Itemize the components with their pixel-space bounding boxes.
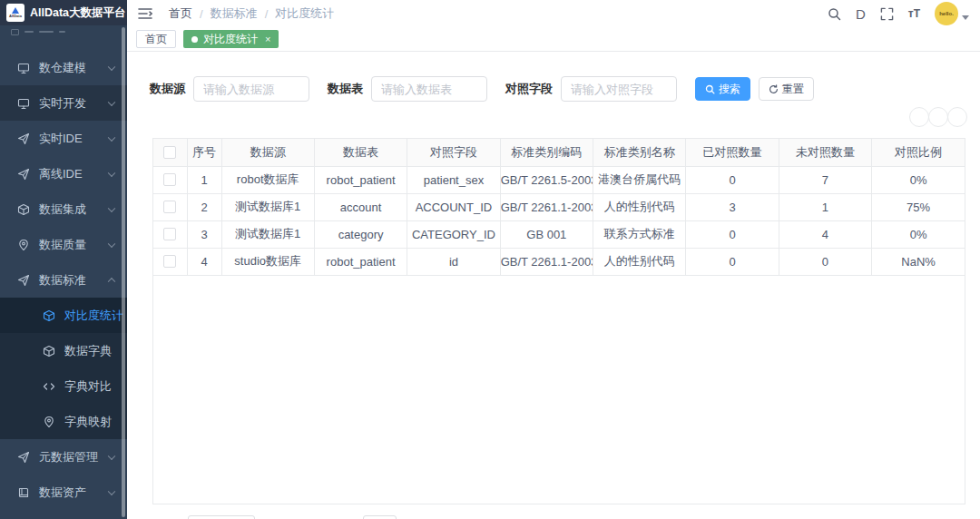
select-all-checkbox[interactable] — [163, 146, 176, 159]
app-logo: AllData — [6, 4, 24, 22]
table-row: 2测试数据库1accountACCOUNT_IDGB/T 2261.1-2003… — [153, 193, 965, 220]
column-header: 未对照数量 — [779, 139, 871, 166]
cube-icon — [42, 344, 55, 357]
row-checkbox[interactable] — [163, 255, 176, 268]
cell: 1 — [187, 166, 221, 193]
sidebar-item-label: 对比度统计 — [64, 308, 123, 324]
row-checkbox[interactable] — [163, 173, 176, 186]
search-icon[interactable] — [828, 7, 841, 21]
breadcrumb-data-standard[interactable]: 数据标准 — [211, 5, 258, 22]
cell: 人的性别代码 — [593, 248, 686, 275]
sidebar-item-data-assets[interactable]: 数据资产 — [0, 475, 127, 510]
breadcrumb-separator: / — [265, 7, 269, 21]
sidebar-item-realtime-dev[interactable]: 实时开发 — [0, 85, 127, 121]
sidebar-item-label: 数据集成 — [39, 201, 86, 218]
sidebar-item-data-quality[interactable]: 数据质量 — [0, 227, 127, 262]
main-area: 首页 / 数据标准 / 对比度统计 D тT hello. — [127, 0, 980, 519]
cell: GB/T 2261.5-2003 — [500, 166, 593, 193]
column-header: 对照比例 — [872, 139, 965, 166]
cell: 4 — [187, 248, 221, 275]
cell: GB/T 2261.1-2003 — [500, 193, 593, 220]
tab-active-label: 对比度统计 — [203, 32, 258, 47]
breadcrumb-separator: / — [200, 7, 203, 21]
table-action-circle[interactable] — [928, 107, 948, 127]
docs-icon[interactable]: D — [856, 6, 866, 22]
pin-icon — [16, 238, 30, 251]
sidebar-item-label: 字典映射 — [64, 414, 112, 430]
cell: 人的性别代码 — [593, 193, 686, 220]
avatar[interactable]: hello. — [935, 2, 958, 25]
chevron-down-icon — [108, 204, 115, 211]
cell: robot_patient — [314, 248, 407, 275]
sidebar-item-label: 实时开发 — [39, 95, 86, 112]
checkbox-cell — [153, 220, 187, 248]
cell: 3 — [686, 193, 779, 220]
cell: 0 — [686, 166, 779, 193]
user-menu[interactable]: hello. — [935, 2, 969, 25]
chevron-down-icon — [108, 240, 115, 247]
collapse-sidebar-icon[interactable] — [138, 7, 152, 20]
breadcrumb: 首页 / 数据标准 / 对比度统计 — [169, 5, 334, 22]
sidebar-item-contrast-stats[interactable]: 对比度统计 — [0, 298, 127, 333]
datatable-input[interactable] — [371, 76, 487, 102]
cell: studio数据库 — [221, 248, 314, 275]
breadcrumb-current: 对比度统计 — [275, 5, 334, 22]
reset-button[interactable]: 重置 — [759, 77, 814, 101]
sidebar-item-partial[interactable] — [0, 25, 127, 42]
row-checkbox[interactable] — [163, 201, 176, 213]
tab-home-label: 首页 — [145, 32, 167, 47]
cell: 港澳台侨属代码 — [593, 166, 686, 193]
sidebar-item-warehouse-modeling[interactable]: 数仓建模 — [0, 50, 127, 85]
pagination-page-button-partial[interactable] — [363, 515, 397, 519]
datasource-input[interactable] — [193, 76, 309, 102]
breadcrumb-home[interactable]: 首页 — [169, 5, 192, 22]
logo-triangle-icon — [12, 7, 19, 14]
cube-icon — [42, 308, 55, 322]
fullscreen-icon[interactable] — [880, 7, 894, 21]
cell: 75% — [872, 193, 965, 220]
search-button[interactable]: 搜索 — [695, 77, 750, 101]
sidebar-item-dict-compare[interactable]: 字典对比 — [0, 368, 127, 404]
contrast-field-input[interactable] — [561, 76, 677, 102]
sidebar-item-dict-mapping[interactable]: 字典映射 — [0, 404, 127, 439]
sidebar-item-realtime-ide[interactable]: 实时IDE — [0, 121, 127, 156]
cell: 0 — [686, 220, 779, 248]
datasource-label: 数据源 — [150, 81, 185, 97]
topbar-actions: D тT hello. — [828, 2, 969, 25]
active-dot-icon — [191, 36, 198, 43]
cube-icon — [16, 202, 30, 216]
sidebar-item-data-dictionary[interactable]: 数据字典 — [0, 333, 127, 368]
search-button-label: 搜索 — [719, 82, 740, 97]
table-action-circle[interactable] — [947, 107, 967, 127]
tab-contrast-stats[interactable]: 对比度统计 × — [183, 30, 279, 48]
table-action-circle[interactable] — [909, 107, 929, 127]
table-row: 3测试数据库1categoryCATEGORY_IDGB 001联系方式标准04… — [153, 220, 965, 248]
cell: 0 — [686, 248, 779, 275]
cell: 2 — [187, 193, 221, 220]
row-checkbox[interactable] — [163, 228, 176, 240]
chevron-down-icon — [108, 63, 115, 70]
logo-bar: AllData AllData大数据平台 — [0, 0, 127, 25]
paper-plane-icon — [16, 132, 30, 145]
reset-button-label: 重置 — [782, 82, 804, 97]
cell: 测试数据库1 — [221, 220, 314, 248]
sidebar-item-data-integration[interactable]: 数据集成 — [0, 191, 127, 227]
cell: 测试数据库1 — [221, 193, 314, 220]
cell: account — [314, 193, 407, 220]
sidebar-item-offline-ide[interactable]: 离线IDE — [0, 156, 127, 191]
font-size-icon[interactable]: тT — [908, 7, 920, 20]
sidebar-item-label: 数据质量 — [39, 237, 86, 253]
chevron-up-icon — [108, 277, 115, 284]
sidebar-scrollbar[interactable] — [122, 27, 125, 517]
chevron-down-icon — [108, 452, 115, 459]
close-icon[interactable]: × — [265, 34, 270, 44]
sidebar-item-label: 数据资产 — [39, 485, 86, 501]
table-toolbar — [910, 107, 967, 127]
sidebar-item-metadata-mgmt[interactable]: 元数据管理 — [0, 439, 127, 475]
tab-home[interactable]: 首页 — [136, 30, 176, 48]
top-navbar: 首页 / 数据标准 / 对比度统计 D тT hello. — [127, 0, 980, 27]
cell: 0 — [779, 248, 871, 275]
checkbox-cell — [153, 248, 187, 275]
pagination-size-select-partial[interactable] — [188, 515, 255, 519]
sidebar-item-data-standard[interactable]: 数据标准 — [0, 262, 127, 298]
